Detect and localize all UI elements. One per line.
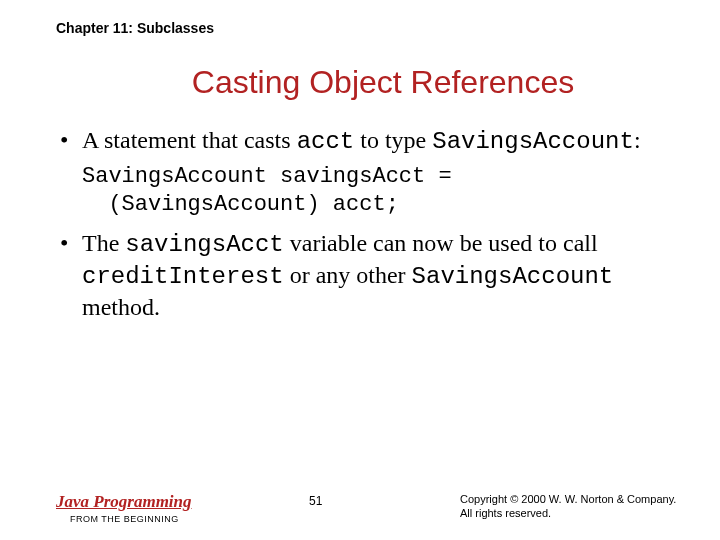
copyright-line-1: Copyright © 2000 W. W. Norton & Company. xyxy=(460,492,700,506)
footer: Java Programming FROM THE BEGINNING 51 C… xyxy=(56,492,700,524)
copyright: Copyright © 2000 W. W. Norton & Company.… xyxy=(460,492,700,521)
bullet-item-1: A statement that casts acct to type Savi… xyxy=(56,125,670,157)
bullet2-text-a: The xyxy=(82,230,125,256)
bullet1-text-a: A statement that casts xyxy=(82,127,297,153)
slide: Chapter 11: Subclasses Casting Object Re… xyxy=(0,0,720,540)
slide-title: Casting Object References xyxy=(56,64,670,101)
footer-left: Java Programming FROM THE BEGINNING xyxy=(56,492,192,524)
bullet2-text-d: method. xyxy=(82,294,160,320)
bullet1-text-c: : xyxy=(634,127,641,153)
bullet2-text-c: or any other xyxy=(284,262,412,288)
bullet-list-2: The savingsAcct variable can now be used… xyxy=(56,228,670,322)
brand-tagline: FROM THE BEGINNING xyxy=(70,514,192,524)
bullet2-text-b: variable can now be used to call xyxy=(284,230,598,256)
bullet-item-2: The savingsAcct variable can now be used… xyxy=(56,228,670,322)
brand-title: Java Programming xyxy=(56,492,192,512)
chapter-label: Chapter 11: Subclasses xyxy=(56,20,670,36)
bullet1-text-b: to type xyxy=(354,127,432,153)
copyright-line-2: All rights reserved. xyxy=(460,506,700,520)
bullet2-code-savingsacct: savingsAcct xyxy=(125,231,283,258)
bullet2-code-creditinterest: creditInterest xyxy=(82,263,284,290)
bullet1-code-acct: acct xyxy=(297,128,355,155)
page-number: 51 xyxy=(192,492,460,508)
code-block: SavingsAccount savingsAcct = (SavingsAcc… xyxy=(82,163,670,218)
bullet1-code-savingsaccount: SavingsAccount xyxy=(432,128,634,155)
bullet-list: A statement that casts acct to type Savi… xyxy=(56,125,670,157)
bullet2-code-savingsaccount2: SavingsAccount xyxy=(412,263,614,290)
